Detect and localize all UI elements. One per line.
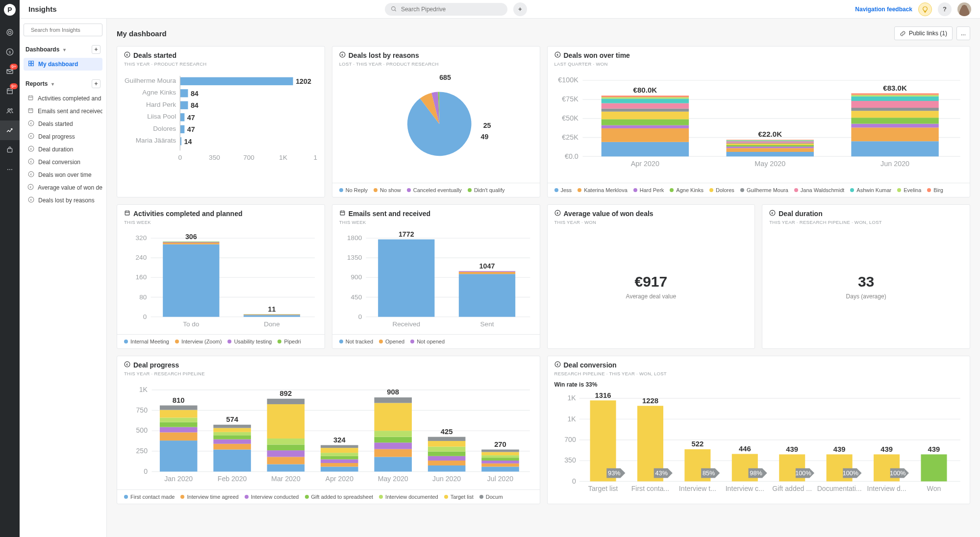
svg-rect-224	[428, 437, 466, 441]
nav-mail[interactable]: 9+	[0, 62, 20, 81]
svg-rect-83	[601, 103, 688, 109]
nav-contacts[interactable]	[0, 101, 20, 121]
svg-text:240: 240	[136, 254, 147, 261]
svg-rect-233	[481, 449, 519, 452]
nav-products[interactable]	[0, 140, 20, 160]
svg-text:Done: Done	[264, 320, 280, 328]
sidebar-report-6[interactable]: €Deals won over time	[24, 169, 102, 181]
section-reports[interactable]: Reports ▾ +	[24, 77, 102, 90]
svg-text:1K: 1K	[567, 394, 576, 402]
svg-rect-212	[374, 437, 412, 443]
svg-rect-203	[321, 456, 358, 460]
svg-rect-195	[267, 439, 305, 445]
svg-text:Received: Received	[392, 320, 420, 328]
nav-deals[interactable]: $	[0, 42, 20, 62]
svg-rect-276	[921, 454, 947, 481]
svg-rect-221	[428, 452, 466, 456]
legend-item: Opened	[379, 339, 404, 344]
svg-rect-215	[374, 397, 412, 403]
legend-item: Guilherme Moura	[740, 187, 788, 193]
report-icon: €	[27, 171, 34, 179]
svg-rect-206	[321, 445, 358, 448]
duration-number: 33	[769, 273, 963, 290]
card-progress: €Deal progress THIS YEAR · RESEARCH PIPE…	[117, 356, 540, 504]
sidebar-report-8[interactable]: €Deals lost by reasons	[24, 194, 102, 207]
svg-rect-182	[213, 449, 251, 471]
sidebar-report-4[interactable]: €Deal duration	[24, 143, 102, 156]
insights-sidebar: Dashboards ▾ + My dashboard Reports ▾ + …	[20, 19, 107, 537]
euro-icon: €	[554, 51, 561, 59]
public-links-button[interactable]: Public links (1)	[894, 26, 953, 40]
more-button[interactable]: ...	[956, 26, 970, 40]
svg-rect-147	[378, 239, 434, 317]
sidebar-search[interactable]	[24, 24, 102, 36]
card-meta: THIS YEAR · RESEARCH PIPELINE · WON, LOS…	[769, 220, 963, 225]
sidebar-report-1[interactable]: Emails sent and received	[24, 105, 102, 118]
svg-rect-219	[428, 461, 466, 465]
svg-text:439: 439	[928, 445, 940, 453]
svg-text:First conta...: First conta...	[631, 485, 669, 492]
report-icon: €	[27, 184, 34, 192]
svg-text:1047: 1047	[479, 262, 495, 270]
svg-text:Mar 2020: Mar 2020	[271, 475, 301, 483]
svg-text:750: 750	[136, 406, 148, 414]
svg-rect-201	[321, 463, 358, 467]
calendar-icon	[339, 210, 346, 218]
svg-rect-101	[851, 141, 938, 156]
svg-text:425: 425	[441, 428, 453, 436]
svg-rect-82	[601, 109, 688, 112]
svg-text:439: 439	[833, 445, 845, 453]
legend-item: Hard Perk	[633, 187, 664, 193]
global-search[interactable]	[385, 3, 507, 16]
quick-add-button[interactable]: +	[513, 2, 527, 16]
avg-value-number: €917	[554, 273, 748, 290]
brand-logo[interactable]: P	[4, 4, 16, 16]
nav-insights[interactable]	[0, 121, 20, 140]
sidebar-report-3[interactable]: €Deal progress	[24, 130, 102, 143]
svg-rect-92	[726, 145, 813, 146]
help-button[interactable]: ?	[938, 2, 952, 16]
card-deals_lost: €Deals lost by reasons LOST · THIS YEAR …	[332, 46, 540, 197]
legend-item: Pipedri	[277, 339, 301, 344]
svg-text:Hard Perk: Hard Perk	[146, 101, 176, 108]
sidebar-report-7[interactable]: €Average value of won deals	[24, 181, 102, 194]
svg-text:€: €	[772, 211, 774, 214]
sidebar-report-0[interactable]: Activities completed and ...	[24, 92, 102, 105]
svg-rect-183	[213, 444, 251, 450]
sidebar-report-5[interactable]: €Deal conversion	[24, 156, 102, 169]
add-dashboard-button[interactable]: +	[92, 45, 101, 54]
svg-point-6	[8, 109, 10, 111]
svg-text:0: 0	[178, 154, 182, 161]
badge-activities: 9+	[10, 83, 18, 89]
svg-rect-227	[481, 466, 519, 471]
user-avatar[interactable]	[957, 2, 971, 16]
canvas: My dashboard Public links (1) ... €Deals…	[107, 19, 980, 537]
svg-rect-228	[481, 464, 519, 467]
svg-text:€: €	[30, 122, 32, 125]
nav-more[interactable]	[0, 160, 20, 179]
sidebar-dashboard-0[interactable]: My dashboard	[24, 58, 102, 71]
svg-rect-103	[851, 124, 938, 128]
svg-point-10	[9, 169, 10, 170]
svg-text:€: €	[126, 53, 128, 56]
svg-text:160: 160	[136, 273, 147, 281]
svg-text:Gift added ...: Gift added ...	[772, 485, 812, 492]
add-report-button[interactable]: +	[92, 79, 101, 88]
section-dashboards[interactable]: Dashboards ▾ +	[24, 43, 102, 56]
sidebar-item-label: Emails sent and received	[38, 108, 102, 115]
svg-rect-113	[125, 211, 129, 215]
sidebar-item-label: Deal conversion	[38, 159, 80, 166]
feedback-link[interactable]: Navigation feedback	[855, 6, 912, 13]
svg-text:1K: 1K	[313, 154, 317, 161]
report-icon	[27, 107, 34, 115]
svg-rect-42	[180, 77, 293, 85]
tips-button[interactable]	[918, 2, 932, 16]
svg-text:€25K: €25K	[562, 133, 578, 141]
global-search-input[interactable]	[401, 6, 502, 13]
sidebar-search-input[interactable]	[31, 27, 99, 33]
nav-activities[interactable]: 9+	[0, 81, 20, 101]
sidebar-report-2[interactable]: €Deals started	[24, 118, 102, 130]
legend-item: Target list	[444, 494, 474, 500]
nav-leads[interactable]	[0, 23, 20, 42]
svg-text:11: 11	[268, 305, 276, 313]
